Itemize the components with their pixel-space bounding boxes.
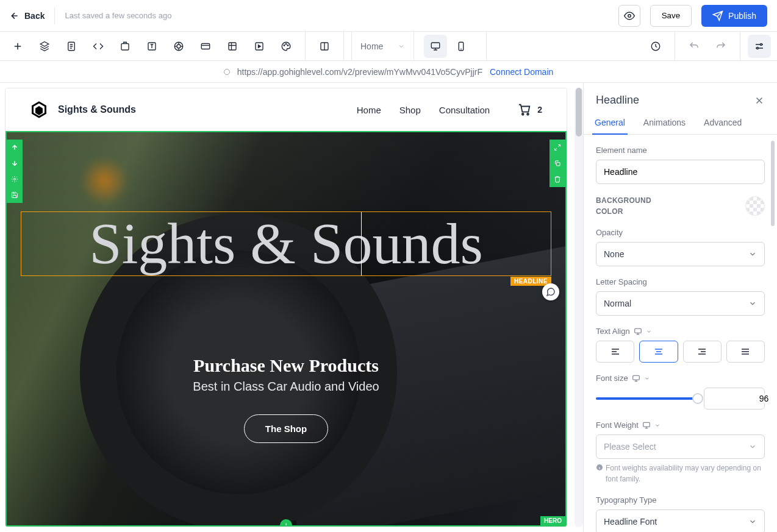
svg-point-5 — [177, 44, 181, 48]
palette-button[interactable] — [274, 35, 298, 58]
desktop-view-button[interactable] — [424, 35, 447, 58]
canvas[interactable]: Sights & Sounds Home Shop Consultation 2 — [5, 88, 567, 527]
cart-button[interactable]: 2 — [518, 103, 542, 116]
svg-point-0 — [628, 14, 631, 17]
font-size-input[interactable] — [711, 394, 777, 403]
panel-scrollbar[interactable] — [770, 135, 776, 532]
chevron-down-icon — [748, 442, 757, 451]
hero-description[interactable]: Best in Class Car Audio and Video — [193, 380, 379, 394]
hero-section[interactable]: Sights & Sounds HEADLINE Purchase New Pr… — [5, 131, 567, 527]
layers-icon — [39, 41, 50, 52]
delete-button[interactable] — [550, 171, 565, 187]
arrow-left-icon — [10, 11, 20, 21]
desktop-icon — [632, 374, 640, 383]
align-justify-icon — [740, 347, 750, 356]
nav-shop[interactable]: Shop — [399, 105, 421, 115]
save-button[interactable]: Save — [650, 5, 692, 27]
element-name-label: Element name — [596, 146, 765, 155]
svg-rect-22 — [634, 328, 641, 333]
nav-consultation[interactable]: Consultation — [439, 105, 490, 115]
document-icon — [66, 41, 77, 52]
grid-button[interactable] — [221, 35, 244, 58]
headline-element[interactable]: Sights & Sounds HEADLINE — [21, 211, 551, 276]
headline-text[interactable]: Sights & Sounds — [21, 212, 551, 275]
copy-button[interactable] — [550, 155, 565, 171]
desktop-icon — [430, 41, 441, 52]
text-button[interactable] — [140, 35, 163, 58]
section-save-button[interactable] — [7, 187, 23, 203]
nav-home[interactable]: Home — [357, 105, 381, 115]
expand-icon — [554, 144, 561, 151]
move-down-button[interactable] — [7, 155, 23, 171]
text-cursor — [361, 212, 362, 275]
tab-advanced[interactable]: Advanced — [701, 112, 744, 134]
copy-icon — [554, 160, 561, 167]
preview-button[interactable] — [618, 5, 640, 27]
align-left-button[interactable] — [596, 341, 634, 363]
back-button[interactable]: Back — [10, 11, 45, 21]
panel-close-button[interactable] — [754, 95, 765, 106]
page-selector[interactable]: Home — [351, 32, 414, 61]
save-icon — [11, 191, 18, 199]
svg-rect-2 — [121, 43, 129, 50]
move-up-button[interactable] — [7, 140, 23, 155]
text-icon — [146, 41, 157, 52]
tab-animations[interactable]: Animations — [641, 112, 688, 134]
play-icon — [254, 41, 265, 52]
align-justify-button[interactable] — [726, 341, 765, 363]
align-right-button[interactable] — [683, 341, 722, 363]
hero-cta-button[interactable]: The Shop — [244, 414, 328, 443]
settings-button[interactable] — [748, 35, 771, 58]
letter-spacing-select[interactable]: Normal — [596, 291, 765, 316]
bg-color-swatch[interactable] — [745, 196, 765, 216]
close-icon — [754, 95, 765, 106]
chevron-down-icon — [398, 43, 405, 50]
svg-rect-7 — [229, 43, 236, 50]
connect-domain-link[interactable]: Connect Domain — [490, 67, 553, 77]
text-align-label: Text Align — [596, 327, 630, 336]
code-icon — [93, 41, 104, 52]
site-name: Sights & Sounds — [58, 104, 136, 115]
chat-widget[interactable] — [542, 283, 559, 300]
play-button[interactable] — [248, 35, 271, 58]
bg-color-label: BACKGROUNDCOLOR — [596, 195, 651, 217]
card-button[interactable] — [194, 35, 217, 58]
font-weight-select[interactable]: Please Select — [596, 434, 765, 459]
info-icon — [596, 464, 603, 471]
svg-rect-6 — [201, 43, 210, 49]
split-view-button[interactable] — [313, 35, 336, 58]
svg-point-20 — [14, 179, 16, 180]
svg-point-19 — [527, 113, 529, 115]
redo-button[interactable] — [709, 35, 732, 58]
popup-button[interactable] — [113, 35, 137, 58]
tab-general[interactable]: General — [592, 112, 628, 135]
chevron-down-icon — [646, 328, 652, 335]
svg-point-10 — [285, 43, 287, 44]
code-button[interactable] — [87, 35, 110, 58]
align-left-icon — [610, 347, 620, 356]
align-center-button[interactable] — [639, 341, 678, 363]
section-settings-button[interactable] — [7, 171, 23, 187]
font-size-slider[interactable] — [596, 397, 698, 400]
svg-rect-24 — [643, 422, 650, 427]
chevron-down-icon — [748, 250, 757, 258]
typography-select[interactable]: Headline Font — [596, 509, 765, 532]
trash-icon — [554, 176, 561, 183]
expand-button[interactable] — [550, 140, 565, 155]
canvas-scrollbar[interactable] — [575, 88, 583, 527]
arrow-down-icon — [11, 160, 18, 167]
history-button[interactable] — [644, 35, 667, 58]
layers-button[interactable] — [33, 35, 56, 58]
globe-button[interactable] — [167, 35, 190, 58]
slider-thumb[interactable] — [692, 393, 703, 404]
arrow-up-icon — [11, 144, 18, 151]
publish-button[interactable]: Publish — [701, 5, 767, 27]
mobile-view-button[interactable] — [449, 35, 473, 58]
site-header: Sights & Sounds Home Shop Consultation 2 — [5, 88, 567, 131]
add-element-button[interactable] — [6, 35, 29, 58]
opacity-select[interactable]: None — [596, 242, 765, 266]
element-name-input[interactable] — [596, 160, 765, 184]
document-button[interactable] — [60, 35, 83, 58]
undo-button[interactable] — [682, 35, 706, 58]
hero-subtitle[interactable]: Purchase New Products — [193, 355, 379, 376]
